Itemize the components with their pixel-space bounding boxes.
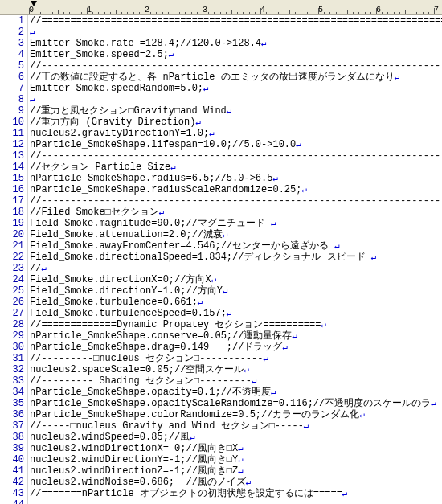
code-line[interactable]: nParticle_SmokeShape.radius=6.5;//5.0->6… [30,173,442,184]
code-line[interactable]: nParticle_SmokeShape.opacity=0.1;//不透明度↵ [30,387,442,398]
code-line[interactable]: //--------- Shading セクション□---------↵ [30,375,442,387]
code-line[interactable]: //Filed Smoke□セクション↵ [30,207,442,218]
code-text: //--------------------------------------… [30,195,442,207]
eol-marker: ↵ [190,432,195,442]
code-line[interactable]: nucleus2.windDirectionZ=-1;//風向き□Z↵ [30,465,442,477]
line-number: 23 [0,263,27,274]
code-line[interactable]: nParticle_SmokeShape.conserve=0.05;//運動量… [30,330,442,342]
line-number: 39 [0,443,27,454]
code-line[interactable]: Field_Smoke.directionY=1.0;//方向Y↵ [30,285,442,297]
code-line[interactable]: nucleus2.windDirectionY=-1;//風向き□Y↵ [30,454,442,465]
code-line[interactable]: ↵ [30,94,442,105]
code-line[interactable]: nucleus2.windSpeed=0.85;//風↵ [30,432,442,443]
code-line[interactable]: //↵ [30,263,442,274]
code-line[interactable]: //=============Dynamic Propatey セクション===… [30,319,442,330]
code-line[interactable]: //-----□nucleus Gravity and Wind セクション□-… [30,420,442,432]
eol-marker: ↵ [261,39,267,48]
line-number: 14 [0,162,27,173]
code-line[interactable]: //セクション Particle Size↵ [30,162,442,173]
code-line[interactable]: //重力と風セクション□Gravity□and Wind↵ [30,105,442,117]
eol-marker: ↵ [223,230,228,240]
code-text: Field_Smoke.magnitude=90.0;//マグニチュード [30,218,271,229]
line-number: 12 [0,139,27,150]
eol-marker: ↵ [159,207,165,217]
eol-marker: ↵ [169,50,174,59]
code-line[interactable]: //======================================… [30,15,442,27]
code-text: //--------- Shading セクション□--------- [30,375,252,387]
code-line[interactable]: nParticle_SmokeShape.opacityScaleRandomi… [30,398,442,409]
code-line[interactable]: Field_Smoke.magnitude=90.0;//マグニチュード ↵ [30,218,442,229]
code-line[interactable]: //--------------------------------------… [30,195,442,207]
line-number: 3 [0,38,27,49]
eol-marker: ↵ [211,275,217,285]
code-line[interactable]: //--------------------------------------… [30,60,442,72]
code-line[interactable]: nParticle_SmokeShape.colorRandomize=0.5;… [30,409,442,420]
code-text: nParticle_SmokeShape.opacity=0.1;//不透明度 [30,387,271,398]
line-number: 24 [0,274,27,285]
eol-marker: ↵ [41,264,47,273]
code-line[interactable]: Emitter_Smoke.rate =128.4;//120.0->128.4… [30,38,442,49]
line-number: 41 [0,465,27,477]
code-text: nucleus2.windDirectionZ=-1;//風向き□Z [30,465,238,477]
code-line[interactable]: Field_Smoke.directionX=0;//方向X↵ [30,274,442,285]
eol-marker: ↵ [431,399,436,408]
line-number: 16 [0,184,27,195]
code-line[interactable]: //=======nParticle オブジェクトの初期状態を設定するには===… [30,488,442,499]
eol-marker: ↵ [30,27,35,37]
code-line[interactable]: Emitter_Smoke.speedRandom=5.0;↵ [30,83,442,94]
code-line[interactable]: nParticle_SmokeShape.lifespan=10.0;//5.0… [30,139,442,150]
code-text: Field_Smoke.attenuation=2.0;//減衰 [30,229,223,240]
code-text: //重力方向 (Gravity Direction) [30,117,195,128]
code-line[interactable]: //---------□nucleus セクション□-----------↵ [30,353,442,364]
eol-marker: ↵ [30,95,35,104]
eol-marker: ↵ [238,466,244,476]
line-number: 18 [0,207,27,218]
eol-marker: ↵ [246,477,252,487]
code-line[interactable]: nucleus2.windDirectionX= 0;//風向き□X↵ [30,443,442,454]
code-line[interactable]: //正の数値に設定すると、各 nParticle のエミッタの放出速度がランダム… [30,72,442,83]
code-line[interactable]: Field_Smoke.attenuation=2.0;//減衰↵ [30,229,442,240]
line-number: 27 [0,308,27,319]
eol-marker: ↵ [170,162,176,172]
code-line[interactable]: Emitter_Smoke.speed=2.5;↵ [30,49,442,60]
eol-marker: ↵ [227,106,232,116]
line-number: 33 [0,375,27,387]
eol-marker: ↵ [359,410,365,420]
eol-marker: ↵ [271,219,276,228]
code-line[interactable]: ↵ [30,27,442,38]
code-text: Field_Smoke.directionX=0;//方向X [30,274,211,285]
code-line[interactable]: nParticle_SmokeShape.radiusScaleRandomiz… [30,184,442,195]
eol-marker: ↵ [227,309,232,318]
eol-marker: ↵ [238,444,244,453]
line-number: 29 [0,330,27,342]
code-line[interactable]: Field_Smoke.turbulenceSpeed=0.157;↵ [30,308,442,319]
code-line[interactable]: nucleus2.spaceScale=0.05;//空間スケール↵ [30,364,442,375]
line-number: 40 [0,454,27,465]
code-area[interactable]: //======================================… [28,15,442,504]
code-line[interactable]: //--------------------------------------… [30,150,442,162]
eol-marker: ↵ [292,331,297,341]
line-number: 4 [0,49,27,60]
code-text: Field_Smoke.turbulence=0.661; [30,297,198,308]
line-number: 36 [0,409,27,420]
code-line[interactable]: nucleus2.gravityDirectionY=1.0;↵ [30,128,442,139]
eol-marker: ↵ [282,342,288,352]
line-number: 22 [0,252,27,263]
code-line[interactable]: nParticle_SmokeShape.drag=0.149 ;//ドラッグ↵ [30,342,442,353]
code-line[interactable]: Field_Smoke.turbulence=0.661;↵ [30,297,442,308]
code-line[interactable]: //重力方向 (Gravity Direction)↵ [30,117,442,128]
eol-marker: ↵ [272,174,278,183]
line-number: 31 [0,353,27,364]
line-number: 2 [0,27,27,38]
eol-marker: ↵ [321,320,326,330]
code-line[interactable]: Field_Smoke.directionalSpeed=1.834;//ディレ… [30,252,442,263]
code-line[interactable]: nucleus2.windNoise=0.686; //風のノイズ↵ [30,477,442,488]
code-text: Emitter_Smoke.rate =128.4;//120.0->128.4 [30,38,261,49]
code-line[interactable]: Field_Smoke.awayFromCenter=4.546;//センターか… [30,240,442,252]
code-text: Emitter_Smoke.speed=2.5; [30,49,169,60]
eol-marker: ↵ [342,489,348,498]
eol-marker: ↵ [296,140,301,150]
eol-marker: ↵ [252,376,257,386]
code-text: nParticle_SmokeShape.radiusScaleRandomiz… [30,184,301,195]
line-number-gutter: 1234567891011121314151617181920212223242… [0,15,28,504]
